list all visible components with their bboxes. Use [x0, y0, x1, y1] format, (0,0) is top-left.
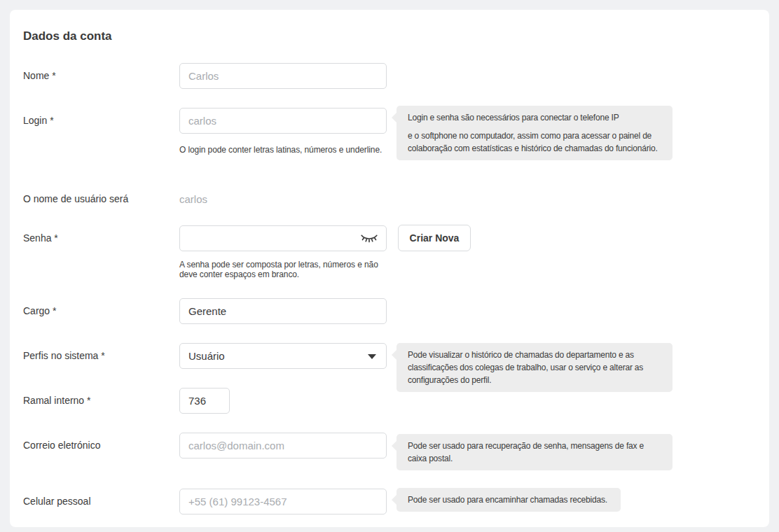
- perfis-selected-value: Usuário: [188, 350, 225, 362]
- login-hint-bubble: Login e senha são necessários para conec…: [397, 106, 673, 160]
- cargo-input[interactable]: [179, 298, 387, 324]
- cargo-label: Cargo *: [23, 298, 174, 324]
- perfis-hint-bubble: Pode visualizar o histórico de chamadas …: [397, 343, 673, 392]
- create-new-password-button[interactable]: Criar Nova: [398, 225, 471, 251]
- login-label: Login *: [23, 108, 174, 134]
- nome-input[interactable]: [179, 63, 387, 89]
- celular-hint-bubble: Pode ser usado para encaminhar chamadas …: [397, 488, 621, 512]
- login-input[interactable]: [179, 108, 387, 134]
- perfis-hint-text: Pode visualizar o histórico de chamadas …: [408, 349, 661, 386]
- email-input[interactable]: [179, 433, 387, 458]
- eye-closed-icon[interactable]: [359, 233, 379, 244]
- chevron-down-icon: [368, 354, 376, 359]
- perfis-label: Perfis no sistema *: [23, 343, 174, 369]
- account-data-card: Dados da conta Nome * Login * O login po…: [10, 10, 769, 527]
- senha-label: Senha *: [23, 225, 174, 251]
- email-label: Correio eletrónico: [23, 433, 174, 458]
- celular-input[interactable]: [179, 489, 387, 514]
- ramal-input[interactable]: [179, 388, 230, 414]
- perfis-select[interactable]: Usuário: [179, 343, 387, 369]
- ramal-label: Ramal interno *: [23, 388, 174, 414]
- email-hint-text: Pode ser usado para recuperação de senha…: [408, 440, 661, 465]
- celular-hint-text: Pode ser usado para encaminhar chamadas …: [408, 493, 609, 506]
- login-helper-text: O login pode conter letras latinas, núme…: [179, 145, 382, 155]
- celular-label: Celular pessoal: [23, 489, 174, 514]
- senha-input[interactable]: [179, 225, 387, 251]
- senha-field-wrap: [179, 225, 387, 251]
- username-preview-value: carlos: [179, 186, 207, 212]
- username-preview-label: O nome de usuário será: [23, 186, 174, 212]
- login-hint-paragraph-2: e o softphone no computador, assim como …: [408, 130, 661, 155]
- login-hint-paragraph-1: Login e senha são necessários para conec…: [408, 111, 661, 124]
- email-hint-bubble: Pode ser usado para recuperação de senha…: [397, 434, 673, 470]
- senha-helper-text: A senha pode ser composta por letras, nú…: [179, 260, 398, 279]
- nome-label: Nome *: [23, 63, 174, 89]
- page-background: { "page": { "title": "Dados da conta" },…: [0, 0, 779, 532]
- page-title: Dados da conta: [23, 29, 112, 44]
